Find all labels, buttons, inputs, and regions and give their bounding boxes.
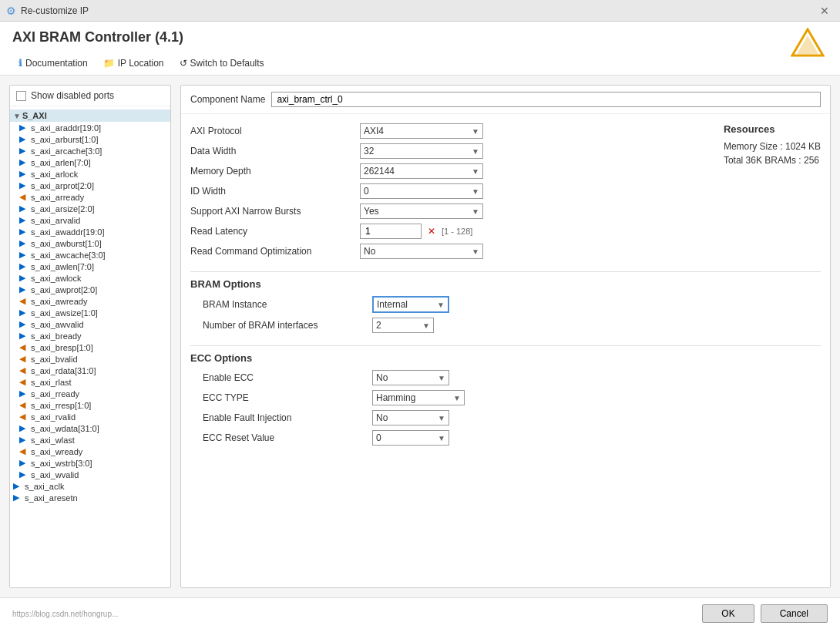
- list-item: ▶ s_axi_awprot[2:0]: [10, 284, 170, 295]
- workspace: Show disabled ports ▼ S_AXI ▶ s_axi_arad…: [0, 76, 840, 597]
- list-item: ◀ s_axi_rlast: [10, 376, 170, 388]
- bram-instance-label: BRAM Instance: [203, 299, 372, 310]
- clear-button[interactable]: ✕: [426, 226, 437, 237]
- switch-to-defaults-button[interactable]: ↺ Switch to Defaults: [173, 55, 270, 72]
- read-latency-row: Read Latency ✕ [1 - 128]: [190, 224, 821, 239]
- list-item: ◀ s_axi_bvalid: [10, 353, 170, 365]
- bram-instance-select[interactable]: Internal ▼: [372, 296, 449, 313]
- show-disabled-ports-checkbox[interactable]: [16, 91, 26, 101]
- narrow-bursts-row: Support AXI Narrow Bursts Yes ▼: [190, 204, 821, 219]
- enable-ecc-select[interactable]: No ▼: [372, 370, 449, 385]
- ecc-options-section: Enable ECC No ▼ ECC TYPE: [190, 370, 821, 446]
- chevron-down-icon: ▼: [437, 301, 445, 309]
- config-area: Resources Memory Size : 1024 KB Total 36…: [181, 114, 830, 587]
- list-item: ◀ s_axi_bresp[1:0]: [10, 341, 170, 353]
- total-brams-label: Total 36K BRAMs : 256: [724, 155, 821, 166]
- read-command-opt-select[interactable]: No ▼: [360, 244, 483, 259]
- port-tree: ▼ S_AXI ▶ s_axi_araddr[19:0] ▶ s_axi_arb…: [10, 106, 170, 587]
- resources-title: Resources: [724, 123, 821, 135]
- list-item: ▶ s_axi_rready: [10, 388, 170, 399]
- list-item: ▶ s_axi_bready: [10, 330, 170, 341]
- footer-bar: https://blog.csdn.net/hongrup... OK Canc…: [0, 597, 840, 629]
- read-latency-label: Read Latency: [190, 226, 360, 237]
- app-title: AXI BRAM Controller (4.1): [12, 29, 828, 45]
- ok-button[interactable]: OK: [702, 604, 754, 623]
- app-header: AXI BRAM Controller (4.1) ℹ Documentatio…: [0, 22, 840, 76]
- close-button[interactable]: ✕: [815, 3, 834, 18]
- axi-protocol-select[interactable]: AXI4 ▼: [360, 123, 483, 139]
- read-latency-input[interactable]: [360, 224, 422, 239]
- status-link: https://blog.csdn.net/hongrup...: [12, 610, 118, 618]
- list-item: ▶ s_axi_aresetn: [10, 492, 170, 503]
- component-name-label: Component Name: [190, 94, 265, 105]
- enable-ecc-row: Enable ECC No ▼: [203, 370, 821, 385]
- list-item: ▶ s_axi_wlast: [10, 434, 170, 446]
- read-command-opt-label: Read Command Optimization: [190, 246, 360, 257]
- id-width-select[interactable]: 0 ▼: [360, 183, 483, 199]
- axi-protocol-row: AXI Protocol AXI4 ▼: [190, 123, 708, 139]
- ecc-type-label: ECC TYPE: [203, 392, 372, 403]
- group-arrow: ▼: [13, 112, 21, 120]
- left-panel-header: Show disabled ports: [10, 86, 170, 106]
- app-logo: [791, 28, 825, 59]
- right-panel: Component Name Resources Memory Size : 1…: [180, 85, 831, 588]
- folder-icon: 📁: [103, 58, 115, 69]
- main-content: AXI BRAM Controller (4.1) ℹ Documentatio…: [0, 22, 840, 629]
- list-item: ▶ s_axi_awvalid: [10, 318, 170, 330]
- memory-size-label: Memory Size : 1024 KB: [724, 141, 821, 152]
- list-item: ◀ s_axi_rvalid: [10, 411, 170, 422]
- list-item: ▶ s_axi_awlen[7:0]: [10, 261, 170, 272]
- list-item: ◀ s_axi_rdata[31:0]: [10, 365, 170, 376]
- bram-options-section: BRAM Instance Internal ▼ Number of BRAM …: [190, 296, 821, 333]
- enable-ecc-label: Enable ECC: [203, 372, 372, 383]
- list-item: ▶ s_axi_awlock: [10, 272, 170, 284]
- ip-location-button[interactable]: 📁 IP Location: [97, 55, 170, 72]
- list-item: ▶ s_axi_arsize[2:0]: [10, 203, 170, 214]
- show-disabled-ports-label: Show disabled ports: [31, 90, 114, 101]
- data-width-label: Data Width: [190, 146, 360, 156]
- chevron-down-icon: ▼: [472, 207, 479, 216]
- id-width-row: ID Width 0 ▼: [190, 183, 821, 199]
- app-icon: ⚙: [6, 5, 16, 17]
- s-axi-group: ▼ S_AXI: [10, 109, 170, 122]
- memory-depth-select[interactable]: 262144 ▼: [360, 163, 483, 179]
- chevron-down-icon: ▼: [422, 321, 430, 330]
- enable-fault-injection-select[interactable]: No ▼: [372, 410, 449, 426]
- ecc-reset-value-select[interactable]: 0 ▼: [372, 430, 449, 446]
- resources-box: Resources Memory Size : 1024 KB Total 36…: [724, 123, 821, 169]
- list-item: ◀ s_axi_arready: [10, 191, 170, 203]
- ecc-options-title: ECC Options: [190, 345, 821, 364]
- memory-depth-row: Memory Depth 262144 ▼: [190, 163, 708, 179]
- bram-instance-row: BRAM Instance Internal ▼: [203, 296, 821, 313]
- list-item: ▶ s_axi_aclk: [10, 480, 170, 492]
- list-item: ▶ s_axi_arlen[7:0]: [10, 156, 170, 168]
- component-name-input[interactable]: [271, 92, 821, 107]
- list-item: ▶ s_axi_arvalid: [10, 214, 170, 226]
- num-bram-interfaces-row: Number of BRAM interfaces 2 ▼: [203, 318, 821, 333]
- num-bram-interfaces-select[interactable]: 2 ▼: [372, 318, 434, 333]
- num-bram-interfaces-label: Number of BRAM interfaces: [203, 320, 372, 331]
- component-name-bar: Component Name: [181, 86, 830, 114]
- list-item: ▶ s_axi_awburst[1:0]: [10, 237, 170, 249]
- documentation-button[interactable]: ℹ Documentation: [12, 55, 94, 72]
- chevron-down-icon: ▼: [472, 127, 479, 136]
- left-panel: Show disabled ports ▼ S_AXI ▶ s_axi_arad…: [9, 85, 171, 588]
- chevron-down-icon: ▼: [472, 147, 479, 156]
- narrow-bursts-select[interactable]: Yes ▼: [360, 204, 483, 219]
- chevron-down-icon: ▼: [472, 187, 479, 196]
- data-width-select[interactable]: 32 ▼: [360, 143, 483, 159]
- list-item: ▶ s_axi_wstrb[3:0]: [10, 457, 170, 469]
- ecc-type-select[interactable]: Hamming ▼: [372, 390, 465, 405]
- list-item: ▶ s_axi_awsize[1:0]: [10, 307, 170, 318]
- read-latency-range: [1 - 128]: [442, 227, 472, 236]
- list-item: ▶ s_axi_wdata[31:0]: [10, 422, 170, 434]
- chevron-down-icon: ▼: [438, 414, 445, 422]
- toolbar: ℹ Documentation 📁 IP Location ↺ Switch t…: [12, 52, 828, 75]
- list-item: ▶ s_axi_arlock: [10, 168, 170, 180]
- bram-options-title: BRAM Options: [190, 271, 821, 290]
- cancel-button[interactable]: Cancel: [761, 604, 828, 623]
- axi-protocol-label: AXI Protocol: [190, 126, 360, 136]
- enable-fault-injection-row: Enable Fault Injection No ▼: [203, 410, 821, 426]
- ecc-reset-value-row: ECC Reset Value 0 ▼: [203, 430, 821, 446]
- chevron-down-icon: ▼: [438, 434, 445, 442]
